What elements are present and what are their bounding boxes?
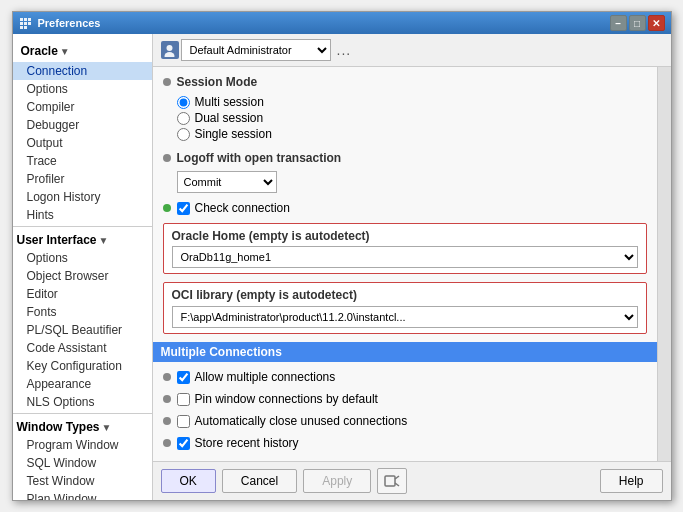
oracle-section-arrow: ▼ bbox=[60, 46, 70, 57]
check-connection-option[interactable]: Check connection bbox=[177, 201, 647, 215]
single-session-radio[interactable] bbox=[177, 128, 190, 141]
sidebar-item-object-browser[interactable]: Object Browser bbox=[13, 267, 152, 285]
sidebar-item-hints[interactable]: Hints bbox=[13, 206, 152, 224]
minimize-button[interactable]: – bbox=[610, 15, 627, 31]
sidebar-item-key-configuration[interactable]: Key Configuration bbox=[13, 357, 152, 375]
store-recent-content: Store recent history bbox=[177, 436, 647, 450]
multiple-connections-header: Multiple Connections bbox=[153, 342, 657, 362]
preferences-window: Preferences – □ ✕ Oracle ▼ Connection Op… bbox=[12, 11, 672, 501]
session-mode-radio-group: Multi session Dual session Single sessio… bbox=[177, 93, 647, 143]
single-session-label: Single session bbox=[195, 127, 272, 141]
toolbar-dots-button[interactable]: ... bbox=[337, 42, 352, 58]
sidebar-item-plan-window[interactable]: Plan Window bbox=[13, 490, 152, 500]
allow-multiple-checkbox[interactable] bbox=[177, 371, 190, 384]
scrollbar[interactable] bbox=[657, 67, 671, 461]
store-recent-option[interactable]: Store recent history bbox=[177, 436, 647, 450]
maximize-button[interactable]: □ bbox=[629, 15, 646, 31]
svg-rect-6 bbox=[20, 26, 23, 29]
profile-select[interactable]: Default Administrator bbox=[181, 39, 331, 61]
sidebar-item-options-oracle[interactable]: Options bbox=[13, 80, 152, 98]
logoff-content: Logoff with open transaction Commit bbox=[177, 151, 647, 193]
multiple-connections-label: Multiple Connections bbox=[161, 345, 282, 359]
pin-window-checkbox[interactable] bbox=[177, 393, 190, 406]
content-area: Session Mode Multi session Dual session bbox=[153, 67, 657, 461]
help-icon-button[interactable] bbox=[377, 468, 407, 494]
logoff-select[interactable]: Commit bbox=[177, 171, 277, 193]
window-types-section-header[interactable]: Window Types ▼ bbox=[13, 416, 152, 436]
svg-rect-1 bbox=[24, 18, 27, 21]
sidebar-item-options-ui[interactable]: Options bbox=[13, 249, 152, 267]
oci-library-label: OCI library (empty is autodetect) bbox=[172, 288, 638, 302]
allow-multiple-option[interactable]: Allow multiple connections bbox=[177, 370, 647, 384]
main-content: Default Administrator ... Session Mode bbox=[153, 34, 671, 500]
sidebar-divider-2 bbox=[13, 413, 152, 414]
allow-multiple-indicator bbox=[163, 373, 171, 381]
oracle-section-header-row: Oracle ▼ bbox=[13, 38, 152, 62]
multi-session-option[interactable]: Multi session bbox=[177, 95, 647, 109]
svg-rect-3 bbox=[20, 22, 23, 25]
ui-section-arrow: ▼ bbox=[99, 235, 109, 246]
auto-close-row: Automatically close unused connections bbox=[163, 414, 647, 428]
store-recent-label: Store recent history bbox=[195, 436, 299, 450]
pin-window-option[interactable]: Pin window connections by default bbox=[177, 392, 647, 406]
ok-button[interactable]: OK bbox=[161, 469, 216, 493]
dual-session-option[interactable]: Dual session bbox=[177, 111, 647, 125]
auto-close-checkbox[interactable] bbox=[177, 415, 190, 428]
oracle-section-label: Oracle bbox=[21, 44, 58, 58]
sidebar-item-code-assistant[interactable]: Code Assistant bbox=[13, 339, 152, 357]
sidebar-item-sql-window[interactable]: SQL Window bbox=[13, 454, 152, 472]
svg-rect-10 bbox=[385, 476, 395, 486]
auto-close-option[interactable]: Automatically close unused connections bbox=[177, 414, 647, 428]
oci-library-select[interactable]: F:\app\Administrator\product\11.2.0\inst… bbox=[172, 306, 638, 328]
user-interface-label: User Interface bbox=[17, 233, 97, 247]
help-button[interactable]: Help bbox=[600, 469, 663, 493]
user-interface-section-header[interactable]: User Interface ▼ bbox=[13, 229, 152, 249]
title-bar-controls: – □ ✕ bbox=[610, 15, 665, 31]
sidebar-item-debugger[interactable]: Debugger bbox=[13, 116, 152, 134]
content-scroll-area: Session Mode Multi session Dual session bbox=[153, 67, 671, 461]
sidebar-item-profiler[interactable]: Profiler bbox=[13, 170, 152, 188]
store-recent-checkbox[interactable] bbox=[177, 437, 190, 450]
session-mode-row: Session Mode Multi session Dual session bbox=[163, 75, 647, 143]
oracle-home-select[interactable]: OraDb11g_home1 bbox=[172, 246, 638, 268]
profile-select-wrapper: Default Administrator bbox=[161, 39, 331, 61]
sidebar: Oracle ▼ Connection Options Compiler Deb… bbox=[13, 34, 153, 500]
allow-multiple-label: Allow multiple connections bbox=[195, 370, 336, 384]
svg-rect-5 bbox=[28, 22, 31, 25]
sidebar-item-logon-history[interactable]: Logon History bbox=[13, 188, 152, 206]
sidebar-item-test-window[interactable]: Test Window bbox=[13, 472, 152, 490]
multi-session-label: Multi session bbox=[195, 95, 264, 109]
pin-window-content: Pin window connections by default bbox=[177, 392, 647, 406]
auto-close-indicator bbox=[163, 417, 171, 425]
svg-point-9 bbox=[165, 52, 175, 57]
sidebar-item-connection[interactable]: Connection bbox=[13, 62, 152, 80]
dual-session-radio[interactable] bbox=[177, 112, 190, 125]
single-session-option[interactable]: Single session bbox=[177, 127, 647, 141]
sidebar-divider-1 bbox=[13, 226, 152, 227]
title-bar: Preferences – □ ✕ bbox=[13, 12, 671, 34]
multi-session-radio[interactable] bbox=[177, 96, 190, 109]
sidebar-item-nls-options[interactable]: NLS Options bbox=[13, 393, 152, 411]
sidebar-item-compiler[interactable]: Compiler bbox=[13, 98, 152, 116]
sidebar-item-appearance[interactable]: Appearance bbox=[13, 375, 152, 393]
sidebar-item-editor[interactable]: Editor bbox=[13, 285, 152, 303]
svg-rect-0 bbox=[20, 18, 23, 21]
oci-library-box: OCI library (empty is autodetect) F:\app… bbox=[163, 282, 647, 334]
svg-rect-7 bbox=[24, 26, 27, 29]
store-recent-row: Store recent history bbox=[163, 436, 647, 450]
footer: OK Cancel Apply Help bbox=[153, 461, 671, 500]
apply-button[interactable]: Apply bbox=[303, 469, 371, 493]
close-button[interactable]: ✕ bbox=[648, 15, 665, 31]
check-connection-checkbox[interactable] bbox=[177, 202, 190, 215]
oracle-section-header[interactable]: Oracle ▼ bbox=[17, 40, 74, 60]
svg-point-8 bbox=[167, 45, 173, 51]
sidebar-item-output[interactable]: Output bbox=[13, 134, 152, 152]
sidebar-item-trace[interactable]: Trace bbox=[13, 152, 152, 170]
sidebar-item-program-window[interactable]: Program Window bbox=[13, 436, 152, 454]
sidebar-item-fonts[interactable]: Fonts bbox=[13, 303, 152, 321]
cancel-button[interactable]: Cancel bbox=[222, 469, 297, 493]
session-mode-indicator bbox=[163, 78, 171, 86]
allow-multiple-row: Allow multiple connections bbox=[163, 370, 647, 384]
sidebar-item-plsql-beautifier[interactable]: PL/SQL Beautifier bbox=[13, 321, 152, 339]
pin-window-row: Pin window connections by default bbox=[163, 392, 647, 406]
